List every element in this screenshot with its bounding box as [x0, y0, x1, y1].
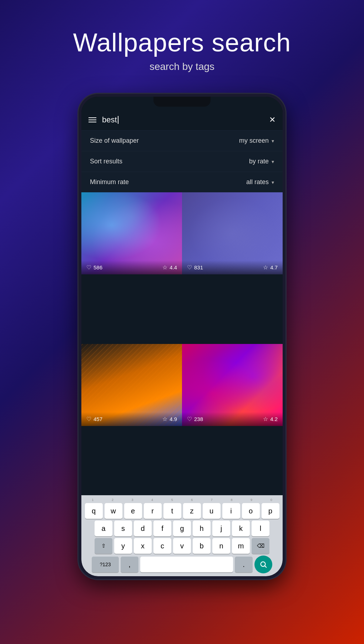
phone-notch — [153, 97, 211, 107]
keyboard-row-2: a s d f g h j k l — [83, 521, 281, 536]
hint-2: 2 — [103, 498, 121, 502]
shift-key[interactable]: ⇧ — [95, 538, 112, 554]
key-g[interactable]: g — [173, 521, 191, 536]
page-subtitle: search by tags — [0, 61, 364, 72]
keyboard-number-hints: 1 2 3 4 5 6 7 8 9 0 — [83, 498, 281, 502]
key-d[interactable]: d — [134, 521, 152, 536]
keyboard: 1 2 3 4 5 6 7 8 9 0 q w — [81, 495, 283, 576]
key-y[interactable]: y — [114, 538, 132, 554]
key-comma[interactable]: , — [121, 557, 138, 572]
key-n[interactable]: n — [212, 538, 230, 554]
wallpaper-4-likes: ♡ 238 — [187, 416, 203, 422]
wallpaper-1[interactable]: ♡ 586 ☆ 4.4 — [81, 192, 182, 274]
wallpaper-1-overlay: ♡ 586 ☆ 4.4 — [81, 260, 182, 274]
wallpaper-4-overlay: ♡ 238 ☆ 4.2 — [182, 412, 283, 426]
key-space[interactable] — [140, 557, 233, 572]
key-a[interactable]: a — [95, 521, 112, 536]
search-button[interactable] — [254, 556, 272, 573]
menu-button[interactable] — [89, 117, 96, 122]
key-b[interactable]: b — [193, 538, 211, 554]
key-q[interactable]: q — [85, 503, 103, 519]
key-r[interactable]: r — [144, 503, 162, 519]
wallpaper-1-like-count: 586 — [93, 264, 102, 270]
key-c[interactable]: c — [153, 538, 171, 554]
wallpaper-3-like-count: 457 — [93, 416, 102, 422]
filter-rate-label: Minimum rate — [90, 178, 129, 186]
wallpaper-2[interactable]: ♡ 831 ☆ 4.7 — [182, 192, 283, 274]
search-input[interactable]: best — [102, 115, 263, 125]
key-l[interactable]: l — [252, 521, 269, 536]
key-s[interactable]: s — [114, 521, 132, 536]
search-query: best — [102, 115, 117, 125]
key-m[interactable]: m — [232, 538, 250, 554]
star-icon-1: ☆ — [162, 264, 167, 271]
wallpaper-2-likes: ♡ 831 — [187, 264, 203, 271]
key-f[interactable]: f — [153, 521, 171, 536]
keyboard-row-3: ⇧ y x c v b n m ⌫ — [83, 538, 281, 554]
page-title: Wallpapers search — [0, 29, 364, 57]
filter-sort-text: by rate — [249, 158, 269, 165]
keyboard-row-1: q w e r t z u i o p — [83, 503, 281, 519]
filter-rate-value[interactable]: all rates ▾ — [246, 178, 274, 186]
hint-6: 6 — [183, 498, 201, 502]
wallpaper-3[interactable]: ♡ 457 ☆ 4.9 — [81, 344, 182, 426]
wallpaper-2-like-count: 831 — [194, 264, 203, 270]
heart-icon-3: ♡ — [86, 416, 91, 422]
phone-screen: best ✕ Size of wallpaper my screen ▾ — [81, 97, 283, 576]
wallpaper-2-rating-value: 4.7 — [270, 264, 278, 270]
filters-container: Size of wallpaper my screen ▾ Sort resul… — [81, 130, 283, 192]
filter-sort-label: Sort results — [90, 158, 122, 165]
hint-3: 3 — [123, 498, 141, 502]
hint-9: 9 — [243, 498, 261, 502]
wallpaper-4-rating-value: 4.2 — [270, 416, 278, 422]
hint-7: 7 — [203, 498, 221, 502]
wallpaper-3-rating-value: 4.9 — [170, 416, 177, 422]
hint-1: 1 — [84, 498, 102, 502]
key-o[interactable]: o — [242, 503, 260, 519]
heart-icon-4: ♡ — [187, 416, 192, 422]
filter-rate[interactable]: Minimum rate all rates ▾ — [81, 172, 283, 192]
filter-rate-text: all rates — [246, 178, 269, 186]
wallpaper-2-rating: ☆ 4.7 — [263, 264, 278, 271]
filter-rate-arrow: ▾ — [272, 179, 274, 185]
hint-4: 4 — [143, 498, 161, 502]
key-i[interactable]: i — [222, 503, 240, 519]
key-t[interactable]: t — [163, 503, 181, 519]
filter-size-text: my screen — [239, 137, 269, 144]
svg-line-1 — [265, 566, 266, 567]
filter-size-value[interactable]: my screen ▾ — [239, 137, 274, 144]
wallpaper-4[interactable]: ♡ 238 ☆ 4.2 — [182, 344, 283, 426]
key-j[interactable]: j — [212, 521, 230, 536]
filter-sort-arrow: ▾ — [272, 159, 274, 164]
key-123[interactable]: ?123 — [92, 557, 119, 572]
text-cursor — [118, 116, 118, 124]
wallpaper-1-rating-value: 4.4 — [170, 264, 177, 270]
image-grid: ♡ 586 ☆ 4.4 ♡ — [81, 192, 283, 495]
key-u[interactable]: u — [203, 503, 221, 519]
filter-sort-value[interactable]: by rate ▾ — [249, 158, 274, 165]
key-w[interactable]: w — [105, 503, 122, 519]
star-icon-4: ☆ — [263, 416, 268, 422]
wallpaper-4-like-count: 238 — [194, 416, 203, 422]
heart-icon-1: ♡ — [86, 264, 91, 271]
wallpaper-1-likes: ♡ 586 — [86, 264, 102, 271]
filter-sort[interactable]: Sort results by rate ▾ — [81, 151, 283, 172]
wallpaper-4-rating: ☆ 4.2 — [263, 416, 278, 422]
wallpaper-3-rating: ☆ 4.9 — [162, 416, 177, 422]
wallpaper-2-overlay: ♡ 831 ☆ 4.7 — [182, 260, 283, 274]
hint-8: 8 — [223, 498, 241, 502]
close-button[interactable]: ✕ — [269, 115, 275, 125]
key-k[interactable]: k — [232, 521, 250, 536]
heart-icon-2: ♡ — [187, 264, 192, 271]
filter-size[interactable]: Size of wallpaper my screen ▾ — [81, 130, 283, 151]
keyboard-row-4: ?123 , . — [83, 556, 281, 573]
key-h[interactable]: h — [193, 521, 211, 536]
backspace-key[interactable]: ⌫ — [252, 538, 269, 554]
key-e[interactable]: e — [124, 503, 142, 519]
key-period[interactable]: . — [235, 557, 253, 572]
key-x[interactable]: x — [134, 538, 152, 554]
key-v[interactable]: v — [173, 538, 191, 554]
key-p[interactable]: p — [262, 503, 279, 519]
key-z[interactable]: z — [183, 503, 201, 519]
wallpaper-3-overlay: ♡ 457 ☆ 4.9 — [81, 412, 182, 426]
